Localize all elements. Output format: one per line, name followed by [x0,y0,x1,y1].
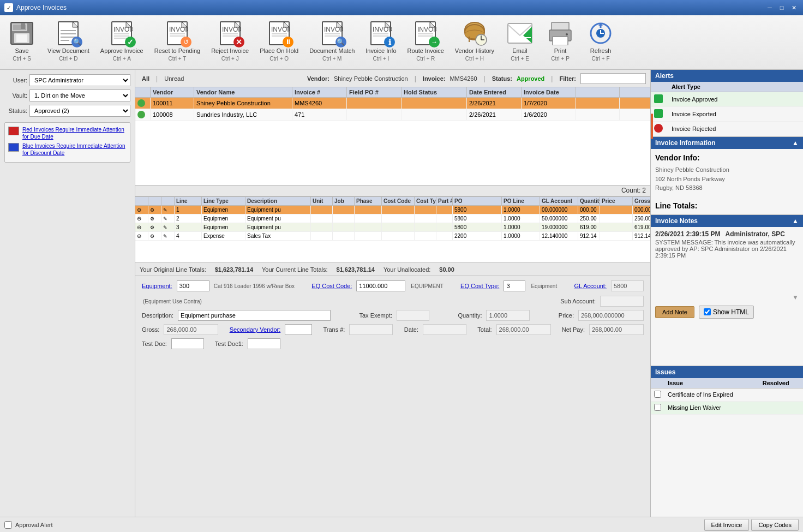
col-po-line: PO Line [502,197,540,205]
user-select[interactable]: SPC Administrator [29,74,130,86]
route-invoice-button[interactable]: INVOICE → Route Invoice Ctrl + R [403,17,449,67]
secondary-vendor-input[interactable] [285,324,312,335]
refresh-shortcut: Ctrl + F [591,56,609,62]
title-bar: ✓ Approve Invoices ─ □ ✕ [0,0,803,15]
print-button[interactable]: Print Ctrl + P [541,17,580,67]
col-field-po: Field PO # [347,87,402,97]
eq-cost-type-input[interactable] [504,280,525,291]
invoice-info-scroll-up[interactable]: ▲ [792,139,799,147]
approval-alert-checkbox[interactable] [4,521,12,529]
detail-panel: Line Line Type Description Unit Job Phas… [135,196,650,517]
price-label: Price: [559,312,574,319]
maximize-button[interactable]: □ [777,3,787,12]
add-note-button[interactable]: Add Note [655,306,694,318]
alerts-section: Alerts Alert Type Invoice Approved [651,70,803,137]
col-unit: Unit [311,197,333,205]
invoice-info-shortcut: Ctrl + I [373,56,389,62]
unallocated-value: $0.00 [439,266,454,273]
invoice-info-button[interactable]: INVOICE ℹ Invoice Info Ctrl + I [361,17,401,67]
detail-row[interactable]: ⊖ ⚙ ✎ 4 Expense Sales Tax 2200 1.0000 12… [135,232,650,241]
trans-label: Trans #: [323,326,345,333]
test-doc1-input[interactable] [248,338,280,349]
col-cost-type: Cost Type [415,197,436,205]
show-html-checkbox[interactable] [704,308,711,315]
quantity-label: Quantity: [458,312,482,319]
filter-bar: All | Unread Vendor: Shiney Pebble Const… [135,70,650,87]
invoice-value-text: MMS4260 [450,75,477,82]
vendor-label-text: Vendor: [307,75,329,82]
resolved-col-header: Resolved [759,378,803,388]
window-title: Approve Invoices [16,4,67,11]
close-button[interactable]: ✕ [789,3,799,12]
equipment-label: Equipment: [142,283,172,289]
reset-to-pending-button[interactable]: INVOICE ↺ Reset to Pending Ctrl + T [149,17,205,67]
issue-2-checkbox[interactable] [654,404,661,411]
detail-row[interactable]: ⊖ ⚙ ✎ 3 Equipmen Equipment pu 5800 1.000… [135,223,650,232]
eq-cost-type-label: EQ Cost Type: [460,283,499,289]
test-doc-input[interactable] [171,338,204,349]
save-button[interactable]: Save Ctrl + S [2,17,41,67]
list-item[interactable]: 100008 Sundries Industry, LLC 471 2/26/2… [135,109,650,121]
eq-cost-code-input[interactable] [356,280,405,291]
refresh-button[interactable]: Refresh Ctrl + F [581,17,620,67]
original-totals-label: Your Original Line Totals: [140,266,206,273]
view-document-button[interactable]: 🔍 View Document Ctrl + D [43,17,94,67]
status-dot-green [137,111,145,118]
place-on-hold-label: Place On Hold [260,47,298,55]
equipment-input[interactable] [177,280,209,291]
document-match-label: Document Match [309,47,355,55]
detail-row[interactable]: ⊖ ⚙ ✎ 1 Equipmen Equipment pu 5800 1.000… [135,206,650,214]
svg-text:INVOICE: INVOICE [417,26,436,33]
hide-sidebar-button[interactable]: Hide Sidebar [650,113,653,139]
invoice-list-header: Vendor Vendor Name Invoice # Field PO # … [135,87,650,98]
issues-header: Issues [651,366,803,378]
tab-unread[interactable]: Unread [162,74,186,83]
list-item[interactable]: 100011 Shiney Pebble Construction MMS426… [135,98,650,109]
blue-legend-text: Blue Invoices Require Immediate Attentio… [22,142,127,157]
tab-all[interactable]: All [140,74,152,83]
edit-invoice-button[interactable]: Edit Invoice [704,519,750,531]
svg-text:INVOICE: INVOICE [373,26,392,33]
status-label-text: Status: [492,75,512,82]
document-match-button[interactable]: INVOICE 🔍 Document Match Ctrl + M [304,17,359,67]
issue-row-1: Certificate of Ins Expired [651,388,803,401]
vendor-address2-text: Rugby, ND 58368 [655,183,799,193]
invoice-notes-section: Invoice Notes ▲ 2/26/2021 2:39:15 PM Adm… [651,215,803,366]
issues-table: Issue Resolved Certificate of Ins Expire… [651,378,803,415]
approve-invoice-label: Approve Invoice [100,47,143,55]
center-area: All | Unread Vendor: Shiney Pebble Const… [135,70,650,517]
reject-invoice-button[interactable]: INVOICE ✕ Reject Invoice Ctrl + J [206,17,254,67]
reject-invoice-shortcut: Ctrl + J [221,56,239,62]
status-select[interactable]: Approved (2) [29,105,130,117]
net-pay-label: Net Pay: [562,326,585,333]
place-on-hold-button[interactable]: INVOICE ⏸ Place On Hold Ctrl + O [255,17,303,67]
col-price: Price [600,197,633,205]
view-document-label: View Document [47,47,89,55]
right-sidebar: Hide Sidebar Alerts Alert Type Invoice A… [650,70,803,517]
notes-scroll-up[interactable]: ▲ [792,217,799,225]
eq-cost-code-label: EQ Cost Code: [311,283,352,289]
copy-codes-button[interactable]: Copy Codes [751,519,799,531]
minimize-button[interactable]: ─ [765,3,775,12]
detail-header: Line Line Type Description Unit Job Phas… [135,197,650,206]
email-button[interactable]: Email Ctrl + E [500,17,540,67]
approve-invoice-button[interactable]: INVOICE ✓ Approve Invoice Ctrl + A [95,17,148,67]
description-input[interactable] [178,310,331,321]
vendor-history-button[interactable]: Vendor History Ctrl + H [450,17,499,67]
detail-row[interactable]: ⊖ ⚙ ✎ 2 Equipmen Equipment pu 5800 1.000… [135,214,650,223]
eq-cost-code-sub: EQUIPMENT [411,283,443,289]
invoice-info-header: Invoice Information ▲ [651,137,803,149]
vault-select[interactable]: 1. Dirt on the Move [29,89,130,101]
vendor-address1-text: 102 North Ponds Parkway [655,175,799,184]
tax-exempt-input [397,310,429,321]
invoice-notes-header: Invoice Notes ▲ [651,215,803,227]
filter-input[interactable] [580,73,646,84]
document-match-shortcut: Ctrl + M [322,56,341,62]
issue-1-checkbox[interactable] [654,391,661,398]
count-bar: Count: 2 [135,186,650,196]
col-part: Part # [436,197,453,205]
gross-label: Gross: [142,326,159,333]
col-quantity: Quantity [578,197,600,205]
show-html-button[interactable]: Show HTML [699,306,754,319]
vendor-history-shortcut: Ctrl + H [465,56,484,62]
